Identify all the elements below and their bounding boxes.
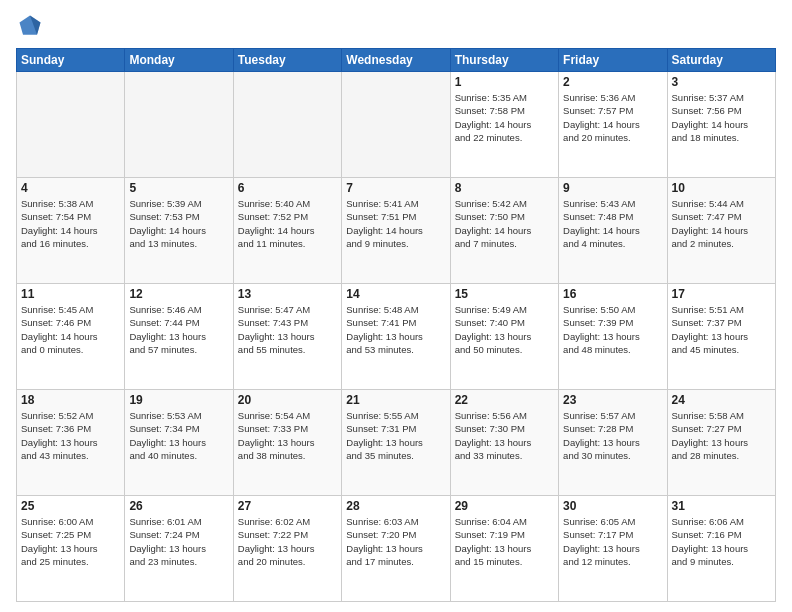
calendar-cell: 25Sunrise: 6:00 AM Sunset: 7:25 PM Dayli… <box>17 496 125 602</box>
day-number: 23 <box>563 393 662 407</box>
calendar-cell: 11Sunrise: 5:45 AM Sunset: 7:46 PM Dayli… <box>17 284 125 390</box>
calendar-cell: 5Sunrise: 5:39 AM Sunset: 7:53 PM Daylig… <box>125 178 233 284</box>
calendar-cell: 29Sunrise: 6:04 AM Sunset: 7:19 PM Dayli… <box>450 496 558 602</box>
day-info: Sunrise: 5:45 AM Sunset: 7:46 PM Dayligh… <box>21 303 120 356</box>
calendar-cell: 1Sunrise: 5:35 AM Sunset: 7:58 PM Daylig… <box>450 72 558 178</box>
day-number: 15 <box>455 287 554 301</box>
day-info: Sunrise: 5:40 AM Sunset: 7:52 PM Dayligh… <box>238 197 337 250</box>
calendar-header-monday: Monday <box>125 49 233 72</box>
day-info: Sunrise: 5:57 AM Sunset: 7:28 PM Dayligh… <box>563 409 662 462</box>
calendar-cell: 10Sunrise: 5:44 AM Sunset: 7:47 PM Dayli… <box>667 178 775 284</box>
calendar-header-row: SundayMondayTuesdayWednesdayThursdayFrid… <box>17 49 776 72</box>
day-number: 9 <box>563 181 662 195</box>
calendar-cell: 16Sunrise: 5:50 AM Sunset: 7:39 PM Dayli… <box>559 284 667 390</box>
day-info: Sunrise: 5:47 AM Sunset: 7:43 PM Dayligh… <box>238 303 337 356</box>
day-number: 22 <box>455 393 554 407</box>
calendar-cell: 22Sunrise: 5:56 AM Sunset: 7:30 PM Dayli… <box>450 390 558 496</box>
day-info: Sunrise: 6:00 AM Sunset: 7:25 PM Dayligh… <box>21 515 120 568</box>
calendar-header-friday: Friday <box>559 49 667 72</box>
day-info: Sunrise: 5:43 AM Sunset: 7:48 PM Dayligh… <box>563 197 662 250</box>
calendar-week-4: 18Sunrise: 5:52 AM Sunset: 7:36 PM Dayli… <box>17 390 776 496</box>
day-info: Sunrise: 5:58 AM Sunset: 7:27 PM Dayligh… <box>672 409 771 462</box>
day-info: Sunrise: 5:54 AM Sunset: 7:33 PM Dayligh… <box>238 409 337 462</box>
day-number: 31 <box>672 499 771 513</box>
header <box>16 12 776 40</box>
calendar-cell <box>233 72 341 178</box>
day-info: Sunrise: 6:04 AM Sunset: 7:19 PM Dayligh… <box>455 515 554 568</box>
logo <box>16 12 48 40</box>
calendar-cell: 3Sunrise: 5:37 AM Sunset: 7:56 PM Daylig… <box>667 72 775 178</box>
calendar-cell: 21Sunrise: 5:55 AM Sunset: 7:31 PM Dayli… <box>342 390 450 496</box>
calendar-cell: 14Sunrise: 5:48 AM Sunset: 7:41 PM Dayli… <box>342 284 450 390</box>
day-number: 3 <box>672 75 771 89</box>
day-info: Sunrise: 5:51 AM Sunset: 7:37 PM Dayligh… <box>672 303 771 356</box>
calendar-cell: 30Sunrise: 6:05 AM Sunset: 7:17 PM Dayli… <box>559 496 667 602</box>
calendar-cell: 15Sunrise: 5:49 AM Sunset: 7:40 PM Dayli… <box>450 284 558 390</box>
calendar-header-tuesday: Tuesday <box>233 49 341 72</box>
day-info: Sunrise: 5:56 AM Sunset: 7:30 PM Dayligh… <box>455 409 554 462</box>
calendar-cell: 17Sunrise: 5:51 AM Sunset: 7:37 PM Dayli… <box>667 284 775 390</box>
day-number: 12 <box>129 287 228 301</box>
calendar-cell: 31Sunrise: 6:06 AM Sunset: 7:16 PM Dayli… <box>667 496 775 602</box>
calendar-cell: 2Sunrise: 5:36 AM Sunset: 7:57 PM Daylig… <box>559 72 667 178</box>
day-number: 19 <box>129 393 228 407</box>
day-number: 21 <box>346 393 445 407</box>
calendar-cell: 12Sunrise: 5:46 AM Sunset: 7:44 PM Dayli… <box>125 284 233 390</box>
day-info: Sunrise: 5:50 AM Sunset: 7:39 PM Dayligh… <box>563 303 662 356</box>
calendar-cell: 19Sunrise: 5:53 AM Sunset: 7:34 PM Dayli… <box>125 390 233 496</box>
calendar-cell: 6Sunrise: 5:40 AM Sunset: 7:52 PM Daylig… <box>233 178 341 284</box>
calendar-cell: 28Sunrise: 6:03 AM Sunset: 7:20 PM Dayli… <box>342 496 450 602</box>
calendar-header-thursday: Thursday <box>450 49 558 72</box>
day-number: 5 <box>129 181 228 195</box>
calendar-cell: 23Sunrise: 5:57 AM Sunset: 7:28 PM Dayli… <box>559 390 667 496</box>
calendar-cell: 9Sunrise: 5:43 AM Sunset: 7:48 PM Daylig… <box>559 178 667 284</box>
day-info: Sunrise: 6:02 AM Sunset: 7:22 PM Dayligh… <box>238 515 337 568</box>
day-number: 20 <box>238 393 337 407</box>
day-number: 28 <box>346 499 445 513</box>
calendar-cell: 27Sunrise: 6:02 AM Sunset: 7:22 PM Dayli… <box>233 496 341 602</box>
day-info: Sunrise: 6:05 AM Sunset: 7:17 PM Dayligh… <box>563 515 662 568</box>
day-number: 26 <box>129 499 228 513</box>
day-number: 2 <box>563 75 662 89</box>
day-number: 7 <box>346 181 445 195</box>
day-number: 27 <box>238 499 337 513</box>
day-number: 4 <box>21 181 120 195</box>
page: SundayMondayTuesdayWednesdayThursdayFrid… <box>0 0 792 612</box>
day-info: Sunrise: 5:46 AM Sunset: 7:44 PM Dayligh… <box>129 303 228 356</box>
day-info: Sunrise: 5:36 AM Sunset: 7:57 PM Dayligh… <box>563 91 662 144</box>
day-info: Sunrise: 5:42 AM Sunset: 7:50 PM Dayligh… <box>455 197 554 250</box>
calendar-cell: 8Sunrise: 5:42 AM Sunset: 7:50 PM Daylig… <box>450 178 558 284</box>
day-info: Sunrise: 5:39 AM Sunset: 7:53 PM Dayligh… <box>129 197 228 250</box>
day-number: 25 <box>21 499 120 513</box>
calendar-cell: 18Sunrise: 5:52 AM Sunset: 7:36 PM Dayli… <box>17 390 125 496</box>
day-info: Sunrise: 5:37 AM Sunset: 7:56 PM Dayligh… <box>672 91 771 144</box>
day-info: Sunrise: 5:44 AM Sunset: 7:47 PM Dayligh… <box>672 197 771 250</box>
day-number: 11 <box>21 287 120 301</box>
day-info: Sunrise: 6:01 AM Sunset: 7:24 PM Dayligh… <box>129 515 228 568</box>
day-number: 10 <box>672 181 771 195</box>
day-info: Sunrise: 5:38 AM Sunset: 7:54 PM Dayligh… <box>21 197 120 250</box>
day-number: 1 <box>455 75 554 89</box>
day-info: Sunrise: 6:03 AM Sunset: 7:20 PM Dayligh… <box>346 515 445 568</box>
calendar-header-saturday: Saturday <box>667 49 775 72</box>
calendar-cell: 24Sunrise: 5:58 AM Sunset: 7:27 PM Dayli… <box>667 390 775 496</box>
day-number: 16 <box>563 287 662 301</box>
calendar-week-1: 1Sunrise: 5:35 AM Sunset: 7:58 PM Daylig… <box>17 72 776 178</box>
calendar-cell: 7Sunrise: 5:41 AM Sunset: 7:51 PM Daylig… <box>342 178 450 284</box>
calendar-cell: 13Sunrise: 5:47 AM Sunset: 7:43 PM Dayli… <box>233 284 341 390</box>
calendar-cell: 20Sunrise: 5:54 AM Sunset: 7:33 PM Dayli… <box>233 390 341 496</box>
day-info: Sunrise: 6:06 AM Sunset: 7:16 PM Dayligh… <box>672 515 771 568</box>
day-number: 18 <box>21 393 120 407</box>
day-info: Sunrise: 5:52 AM Sunset: 7:36 PM Dayligh… <box>21 409 120 462</box>
calendar-cell: 4Sunrise: 5:38 AM Sunset: 7:54 PM Daylig… <box>17 178 125 284</box>
day-number: 24 <box>672 393 771 407</box>
day-info: Sunrise: 5:41 AM Sunset: 7:51 PM Dayligh… <box>346 197 445 250</box>
calendar-header-wednesday: Wednesday <box>342 49 450 72</box>
calendar-cell <box>342 72 450 178</box>
calendar-cell <box>125 72 233 178</box>
calendar-week-5: 25Sunrise: 6:00 AM Sunset: 7:25 PM Dayli… <box>17 496 776 602</box>
day-number: 14 <box>346 287 445 301</box>
day-number: 8 <box>455 181 554 195</box>
day-info: Sunrise: 5:49 AM Sunset: 7:40 PM Dayligh… <box>455 303 554 356</box>
calendar-cell: 26Sunrise: 6:01 AM Sunset: 7:24 PM Dayli… <box>125 496 233 602</box>
